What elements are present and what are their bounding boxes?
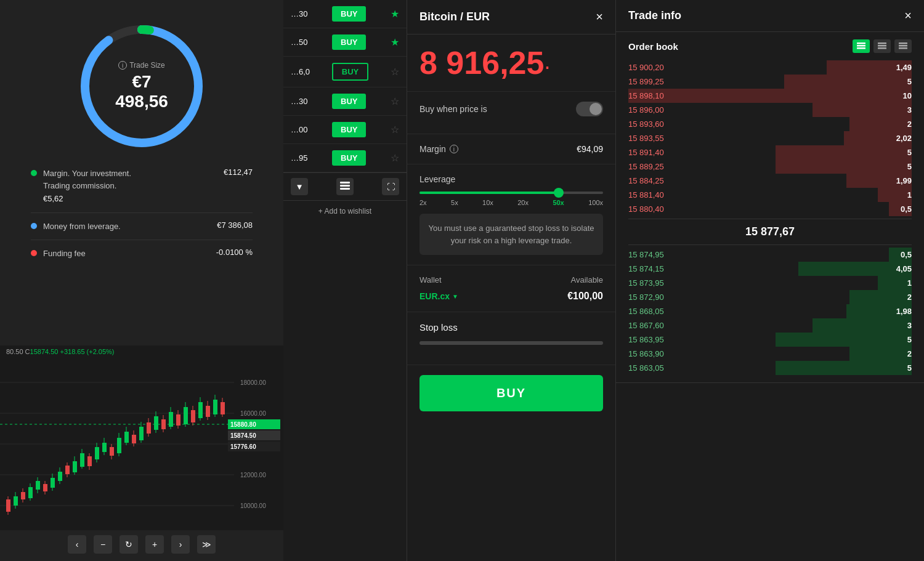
- buy-button-5[interactable]: BUY: [332, 122, 366, 137]
- asks-container: 15 900,201,4915 899,25515 898,101015 896…: [628, 60, 912, 216]
- order-book-view-icons: [853, 39, 912, 53]
- buy-action-button[interactable]: BUY: [419, 375, 603, 411]
- info-icon[interactable]: i: [118, 61, 127, 70]
- trade-price-section: 8 916,25·: [407, 34, 615, 92]
- ask-row: 15 898,1010: [628, 89, 912, 103]
- star-icon-5[interactable]: ☆: [391, 124, 399, 135]
- legend-item-leverage: Money from leverage. €7 386,08: [31, 213, 253, 241]
- bid-qty: 5: [907, 335, 912, 344]
- bid-price: 15 867,60: [628, 321, 664, 330]
- ask-price: 15 881,40: [628, 190, 664, 200]
- star-icon-6[interactable]: ☆: [391, 152, 399, 164]
- chart-next-btn[interactable]: ›: [171, 535, 190, 554]
- bid-row: 15 867,603: [628, 318, 912, 333]
- list-item: …30 BUY ★: [283, 0, 407, 28]
- ask-row: 15 893,602: [628, 117, 912, 131]
- leverage-value: €7 386,08: [217, 220, 253, 230]
- bid-qty: 0,5: [901, 250, 912, 259]
- buy-button-1[interactable]: BUY: [332, 6, 366, 22]
- ask-price: 15 896,00: [628, 105, 664, 115]
- commission-text: Trading commission.: [43, 180, 131, 192]
- bid-row: 15 874,154,05: [628, 262, 912, 276]
- bid-price: 15 863,05: [628, 363, 664, 373]
- trade-panel-close-btn[interactable]: ×: [596, 10, 603, 24]
- ask-qty: 5: [907, 162, 912, 171]
- bid-row: 15 868,051,98: [628, 304, 912, 318]
- star-icon-3[interactable]: ☆: [391, 66, 399, 78]
- ask-row: 15 884,251,99: [628, 174, 912, 188]
- view-icon-list2[interactable]: [894, 39, 912, 53]
- svg-rect-85: [857, 47, 865, 49]
- bid-row: 15 863,055: [628, 361, 912, 375]
- chart-zoom-out-btn[interactable]: −: [94, 535, 112, 554]
- buy-button-2[interactable]: BUY: [332, 34, 366, 50]
- buy-button-4[interactable]: BUY: [332, 94, 366, 109]
- margin-info-icon[interactable]: i: [450, 145, 458, 153]
- chart-controls: ‹ − ↻ + › ≫: [0, 530, 283, 559]
- leverage-warning-text: You must use a guaranteed stop loss to i…: [419, 214, 603, 255]
- margin-amount: €94,09: [577, 144, 603, 154]
- leverage-5x[interactable]: 5x: [451, 199, 458, 206]
- view-icon-grid[interactable]: [853, 39, 870, 53]
- chart-end-btn[interactable]: ≫: [197, 535, 216, 554]
- list-controls: ▼ ⛶: [283, 172, 407, 200]
- trade-info-close-btn[interactable]: ×: [904, 9, 912, 23]
- margin-text: Margin. Your investment.: [43, 167, 131, 180]
- buy-button-6[interactable]: BUY: [332, 150, 366, 166]
- trade-size-circle: i Trade Size €7 498,56: [74, 18, 209, 154]
- chart-zoom-in-btn[interactable]: +: [145, 535, 164, 554]
- legend-item-funding: Funding fee -0.0100 %: [31, 240, 253, 267]
- bid-price: 15 868,05: [628, 307, 664, 316]
- leverage-20x[interactable]: 20x: [517, 199, 529, 206]
- bid-qty: 2: [907, 349, 912, 358]
- leverage-2x[interactable]: 2x: [419, 199, 427, 206]
- left-panel: i Trade Size €7 498,56 Margin. Your inve…: [0, 0, 283, 561]
- ask-price: 15 898,10: [628, 91, 664, 100]
- buy-when-price-toggle[interactable]: [576, 102, 603, 116]
- ask-price: 15 893,55: [628, 134, 664, 143]
- wallet-amount: €100,00: [567, 291, 603, 302]
- order-book-section: Order book: [616, 32, 924, 383]
- ask-price: 15 899,25: [628, 77, 664, 86]
- bid-row: 15 874,950,5: [628, 248, 912, 262]
- view-icon-list1[interactable]: [873, 39, 891, 53]
- wallet-name[interactable]: EUR.cx ▼: [419, 291, 458, 301]
- svg-rect-80: [340, 182, 350, 184]
- margin-dot: [31, 170, 37, 176]
- bid-qty: 2: [907, 293, 912, 302]
- layers-btn[interactable]: [336, 178, 354, 195]
- leverage-50x[interactable]: 50x: [553, 199, 564, 206]
- commission-value: €5,62: [43, 193, 131, 205]
- bids-container: 15 874,950,515 874,154,0515 873,95115 87…: [628, 248, 912, 375]
- margin-section: Margin i €94,09: [407, 134, 615, 164]
- stop-loss-bar[interactable]: [419, 341, 603, 345]
- leverage-bar[interactable]: [419, 192, 603, 194]
- stop-loss-label: Stop loss: [419, 322, 603, 333]
- wallet-label: Wallet: [419, 275, 442, 285]
- chart-prev-btn[interactable]: ‹: [68, 535, 86, 554]
- ask-price: 15 880,40: [628, 204, 664, 214]
- buy-button-3[interactable]: BUY: [332, 63, 368, 81]
- leverage-100x[interactable]: 100x: [588, 199, 603, 206]
- bid-price: 15 873,95: [628, 278, 664, 288]
- bid-price: 15 863,90: [628, 349, 664, 358]
- trade-size-inner: i Trade Size €7 498,56: [108, 61, 176, 111]
- expand-btn[interactable]: ⛶: [382, 178, 399, 195]
- leverage-options: 2x 5x 10x 20x 50x 100x: [419, 199, 603, 206]
- star-icon-4[interactable]: ☆: [391, 95, 399, 107]
- trade-panel-header: Bitcoin / EUR ×: [407, 0, 615, 34]
- bid-price: 15 874,15: [628, 264, 664, 273]
- svg-text:10000.00: 10000.00: [240, 502, 266, 509]
- ask-qty: 0,5: [901, 204, 912, 214]
- ask-row: 15 889,255: [628, 159, 912, 174]
- dropdown-btn[interactable]: ▼: [291, 178, 308, 195]
- ask-price: 15 889,25: [628, 162, 664, 171]
- add-to-wishlist[interactable]: + Add to wishlist: [283, 200, 407, 222]
- ask-qty: 1,99: [896, 176, 912, 185]
- ask-row: 15 893,552,02: [628, 131, 912, 145]
- star-icon-2[interactable]: ★: [391, 36, 399, 48]
- chart-refresh-btn[interactable]: ↻: [120, 535, 138, 554]
- trade-price-value: 8 916,25: [419, 45, 544, 81]
- star-icon-1[interactable]: ★: [391, 8, 399, 20]
- leverage-10x[interactable]: 10x: [482, 199, 493, 206]
